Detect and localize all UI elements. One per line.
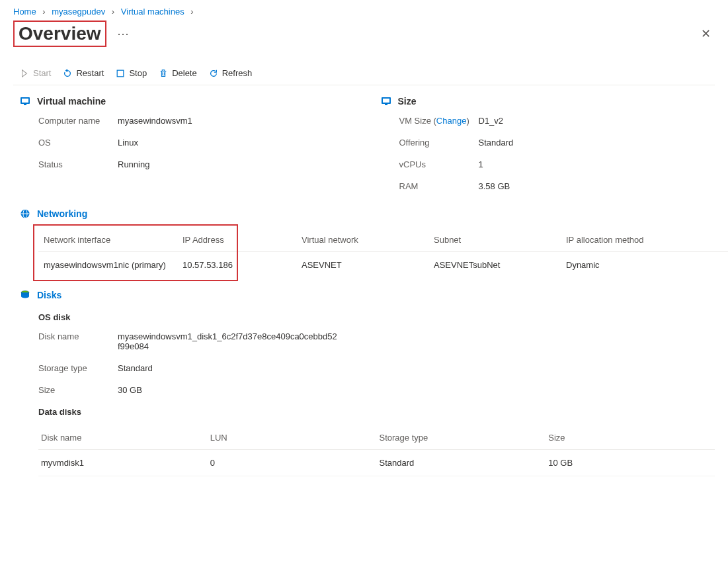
cell-size: 10 GB <box>546 450 715 476</box>
value-computer-name: myasewindowsvm1 <box>118 116 354 126</box>
value-vcpus: 1 <box>479 159 715 169</box>
start-label: Start <box>33 68 51 78</box>
cell-ip: 10.57.53.186 <box>177 252 296 279</box>
change-size-link[interactable]: Change <box>436 116 467 126</box>
cell-lun: 0 <box>208 450 377 476</box>
col-disk-name: Disk name <box>38 426 208 450</box>
network-icon <box>20 208 30 219</box>
cell-subnet: ASEVNETsubNet <box>428 252 561 279</box>
col-vnet: Virtual network <box>296 228 428 252</box>
size-icon <box>381 96 391 107</box>
page-title: Overview <box>13 21 106 47</box>
value-status: Running <box>118 159 354 169</box>
value-os-disk-name: myasewindowsvm1_disk1_6c2f7d37e8ce409ca0… <box>118 331 337 351</box>
refresh-label: Refresh <box>222 68 253 78</box>
label-status: Status <box>38 159 118 169</box>
label-os: OS <box>38 138 118 148</box>
os-disk-heading: OS disk <box>38 312 715 322</box>
trash-icon <box>159 69 168 78</box>
col-ip: IP Address <box>177 228 296 252</box>
label-size: Size <box>38 385 118 395</box>
value-offering: Standard <box>479 138 715 148</box>
vm-heading: Virtual machine <box>37 96 106 107</box>
start-button[interactable]: Start <box>20 68 51 78</box>
chevron-right-icon: › <box>112 7 114 17</box>
chevron-right-icon: › <box>190 7 193 17</box>
breadcrumb: Home › myasegpudev › Virtual machines › <box>13 7 715 21</box>
label-disk-name: Disk name <box>38 331 118 351</box>
networking-heading: Networking <box>37 208 87 219</box>
cell-nic: myasewindowsvm1nic (primary) <box>38 252 177 279</box>
more-menu-button[interactable]: ⋯ <box>114 24 132 44</box>
label-computer-name: Computer name <box>38 116 118 126</box>
value-os-size: 30 GB <box>118 385 337 395</box>
label-vm-size: VM Size (Change) <box>399 116 479 126</box>
delete-button[interactable]: Delete <box>159 68 197 78</box>
stop-icon <box>116 69 125 78</box>
col-lun: LUN <box>208 426 377 450</box>
refresh-button[interactable]: Refresh <box>209 68 253 78</box>
close-icon[interactable]: ✕ <box>697 24 715 44</box>
value-ram: 3.58 GB <box>479 181 715 191</box>
table-row[interactable]: myvmdisk1 0 Standard 10 GB <box>38 450 715 476</box>
breadcrumb-resource[interactable]: myasegpudev <box>52 7 105 17</box>
svg-rect-6 <box>385 104 387 105</box>
play-icon <box>20 69 29 78</box>
cell-vnet: ASEVNET <box>296 252 428 279</box>
breadcrumb-home[interactable]: Home <box>13 7 36 17</box>
cell-storage-type: Standard <box>377 450 546 476</box>
value-os-storage-type: Standard <box>118 363 337 373</box>
disk-icon <box>20 290 30 300</box>
size-section-header: Size <box>381 96 715 107</box>
label-vcpus: vCPUs <box>399 159 479 169</box>
vm-section-header: Virtual machine <box>20 96 354 107</box>
svg-rect-3 <box>24 104 26 105</box>
cell-disk-name: myvmdisk1 <box>38 450 208 476</box>
col-alloc: IP allocation method <box>561 228 728 252</box>
cell-alloc: Dynamic <box>561 252 728 279</box>
svg-rect-5 <box>383 99 389 103</box>
value-vm-size: D1_v2 <box>479 116 715 126</box>
disks-section-header[interactable]: Disks <box>20 290 715 300</box>
col-nic: Network interface <box>38 228 177 252</box>
networking-table: Network interface IP Address Virtual net… <box>38 228 728 278</box>
delete-label: Delete <box>172 68 197 78</box>
networking-section-header[interactable]: Networking <box>20 208 715 219</box>
label-offering: Offering <box>399 138 479 148</box>
stop-button[interactable]: Stop <box>116 68 147 78</box>
breadcrumb-vms[interactable]: Virtual machines <box>121 7 184 17</box>
disks-heading: Disks <box>37 290 61 300</box>
refresh-icon <box>209 69 218 78</box>
chevron-right-icon: › <box>42 7 45 17</box>
svg-rect-0 <box>118 70 124 77</box>
restart-icon <box>63 69 72 78</box>
label-storage-type: Storage type <box>38 363 118 373</box>
vm-icon <box>20 96 30 107</box>
size-heading: Size <box>398 96 417 107</box>
col-size: Size <box>546 426 715 450</box>
label-ram: RAM <box>399 181 479 191</box>
restart-label: Restart <box>76 68 104 78</box>
restart-button[interactable]: Restart <box>63 68 104 78</box>
data-disks-heading: Data disks <box>38 407 715 417</box>
command-bar: Start Restart Stop Delete Refresh <box>13 59 715 85</box>
stop-label: Stop <box>129 68 147 78</box>
col-storage-type: Storage type <box>377 426 546 450</box>
data-disks-table: Disk name LUN Storage type Size myvmdisk… <box>38 426 715 476</box>
value-os: Linux <box>118 138 354 148</box>
svg-rect-2 <box>22 99 28 103</box>
table-row[interactable]: myasewindowsvm1nic (primary) 10.57.53.18… <box>38 252 728 279</box>
col-subnet: Subnet <box>428 228 561 252</box>
